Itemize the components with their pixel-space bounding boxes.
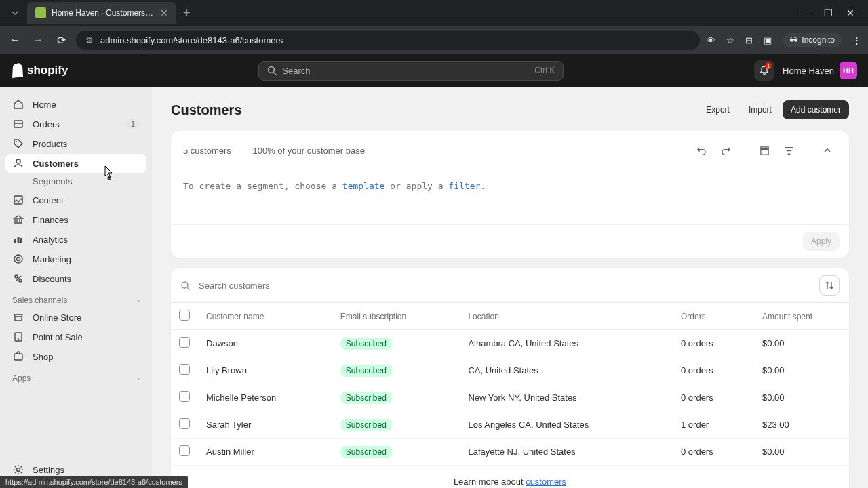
bar-chart-icon bbox=[12, 233, 24, 245]
undo-button[interactable] bbox=[692, 141, 711, 160]
sidebar-item-discounts[interactable]: Discounts bbox=[5, 269, 146, 288]
cell-amount: $0.00 bbox=[754, 384, 849, 411]
table-row[interactable]: Austin MillerSubscribedLafayette NJ, Uni… bbox=[171, 439, 849, 466]
forward-icon[interactable]: → bbox=[30, 34, 46, 46]
row-checkbox[interactable] bbox=[179, 337, 190, 348]
eye-off-icon[interactable]: 👁 bbox=[707, 35, 715, 45]
sidebar-item-orders[interactable]: Orders 1 bbox=[5, 115, 146, 134]
store-icon bbox=[12, 311, 24, 323]
svg-point-0 bbox=[269, 67, 275, 73]
sort-button[interactable] bbox=[819, 275, 840, 296]
col-name[interactable]: Customer name bbox=[198, 303, 332, 330]
sidebar-section-sales-channels[interactable]: Sales channels › bbox=[5, 289, 146, 308]
export-button[interactable]: Export bbox=[698, 100, 738, 119]
notification-badge: 1 bbox=[765, 62, 772, 69]
cell-name: Austin Miller bbox=[198, 439, 332, 466]
browser-tab[interactable]: Home Haven · Customers · Sho ✕ bbox=[27, 2, 176, 24]
sidebar-item-customers[interactable]: Customers bbox=[5, 154, 146, 173]
row-checkbox[interactable] bbox=[179, 391, 190, 402]
import-button[interactable]: Import bbox=[741, 100, 780, 119]
shop-icon bbox=[12, 350, 24, 363]
row-checkbox[interactable] bbox=[179, 445, 190, 456]
person-icon bbox=[12, 157, 24, 169]
segment-query-input[interactable]: To create a segment, choose a template o… bbox=[171, 170, 849, 224]
table-row[interactable]: Lily BrownSubscribedCA, United States0 o… bbox=[171, 357, 849, 384]
templates-button[interactable] bbox=[755, 141, 774, 160]
window-controls: — ❐ ✕ bbox=[801, 7, 863, 18]
customers-table: Customer name Email subscription Locatio… bbox=[171, 303, 849, 466]
cell-orders: 1 order bbox=[673, 411, 754, 439]
select-all-checkbox[interactable] bbox=[179, 310, 190, 321]
sidebar-item-online-store[interactable]: Online Store bbox=[5, 308, 146, 327]
learn-more-link[interactable]: customers bbox=[526, 476, 566, 487]
sidebar-item-shop[interactable]: Shop bbox=[5, 347, 146, 366]
store-menu[interactable]: Home Haven HH bbox=[783, 62, 857, 79]
customer-pct: 100% of your customer base bbox=[252, 146, 364, 156]
sidebar-item-marketing[interactable]: Marketing bbox=[5, 249, 146, 268]
sidebar-item-home[interactable]: Home bbox=[5, 95, 146, 114]
cell-name: Sarah Tyler bbox=[198, 411, 332, 439]
sidepanel-icon[interactable]: ▣ bbox=[764, 35, 772, 45]
col-email[interactable]: Email subscription bbox=[332, 303, 460, 330]
template-link[interactable]: template bbox=[342, 181, 385, 191]
sidebar-item-products[interactable]: Products bbox=[5, 134, 146, 153]
global-search[interactable]: Search Ctrl K bbox=[258, 61, 564, 81]
add-customer-button[interactable]: Add customer bbox=[783, 100, 849, 119]
row-checkbox[interactable] bbox=[179, 418, 190, 429]
svg-point-5 bbox=[16, 159, 20, 163]
col-amount[interactable]: Amount spent bbox=[754, 303, 849, 330]
sidebar-item-finances[interactable]: Finances bbox=[5, 210, 146, 229]
svg-point-18 bbox=[17, 468, 20, 472]
kebab-menu-icon[interactable]: ⋮ bbox=[852, 35, 861, 45]
table-row[interactable]: Sarah TylerSubscribedLos Angeles CA, Uni… bbox=[171, 411, 849, 439]
collapse-button[interactable] bbox=[818, 141, 837, 160]
orders-badge: 1 bbox=[126, 119, 140, 129]
site-info-icon[interactable]: ⚙ bbox=[85, 35, 94, 45]
maximize-icon[interactable]: ❐ bbox=[824, 7, 833, 18]
shopify-logo[interactable]: shopify bbox=[11, 63, 68, 78]
extensions-icon[interactable]: ⊞ bbox=[745, 35, 753, 45]
bookmark-icon[interactable]: ☆ bbox=[726, 35, 734, 45]
close-tab-icon[interactable]: ✕ bbox=[160, 7, 168, 18]
customer-search-input[interactable] bbox=[196, 277, 814, 295]
table-row[interactable]: DawsonSubscribedAlhambra CA, United Stat… bbox=[171, 330, 849, 357]
segment-editor-card: 5 customers 100% of your customer base T… bbox=[171, 131, 849, 258]
col-orders[interactable]: Orders bbox=[673, 303, 754, 330]
tab-title: Home Haven · Customers · Sho bbox=[52, 8, 155, 18]
filter-button[interactable] bbox=[779, 141, 798, 160]
col-location[interactable]: Location bbox=[460, 303, 673, 330]
sidebar-item-content[interactable]: Content bbox=[5, 190, 146, 209]
page-title: Customers bbox=[171, 102, 241, 118]
reload-icon[interactable]: ⟳ bbox=[53, 34, 69, 47]
sidebar-section-apps[interactable]: Apps › bbox=[5, 367, 146, 386]
close-window-icon[interactable]: ✕ bbox=[846, 7, 854, 18]
filter-link[interactable]: filter bbox=[448, 181, 480, 191]
svg-point-16 bbox=[18, 338, 19, 340]
sidebar-item-analytics[interactable]: Analytics bbox=[5, 230, 146, 249]
bank-icon bbox=[12, 214, 24, 226]
row-checkbox[interactable] bbox=[179, 364, 190, 375]
cell-orders: 0 orders bbox=[673, 439, 754, 466]
svg-rect-9 bbox=[20, 238, 22, 243]
cell-sub: Subscribed bbox=[332, 384, 460, 411]
search-placeholder: Search bbox=[282, 66, 310, 76]
sidebar-item-segments[interactable]: Segments bbox=[5, 174, 146, 190]
notifications-button[interactable]: 1 bbox=[754, 60, 774, 81]
sidebar-item-pos[interactable]: Point of Sale bbox=[5, 327, 146, 346]
cell-sub: Subscribed bbox=[332, 357, 460, 384]
minimize-icon[interactable]: — bbox=[801, 7, 810, 18]
cell-orders: 0 orders bbox=[673, 384, 754, 411]
svg-line-22 bbox=[188, 287, 190, 289]
tab-list-dropdown[interactable] bbox=[5, 3, 24, 22]
browser-status-bar: https://admin.shopify.com/store/de8143-a… bbox=[0, 476, 188, 488]
svg-point-13 bbox=[19, 279, 22, 282]
cell-location: Lafayette NJ, United States bbox=[460, 439, 673, 466]
incognito-badge[interactable]: 🕶 Incognito bbox=[783, 33, 842, 47]
redo-button[interactable] bbox=[716, 141, 735, 160]
new-tab-button[interactable]: + bbox=[176, 6, 197, 20]
apply-button[interactable]: Apply bbox=[803, 232, 840, 251]
back-icon[interactable]: ← bbox=[7, 34, 23, 46]
table-row[interactable]: Michelle PetersonSubscribedNew York NY, … bbox=[171, 384, 849, 411]
address-bar[interactable]: ⚙ admin.shopify.com/store/de8143-a6/cust… bbox=[76, 30, 700, 50]
cell-amount: $0.00 bbox=[754, 357, 849, 384]
